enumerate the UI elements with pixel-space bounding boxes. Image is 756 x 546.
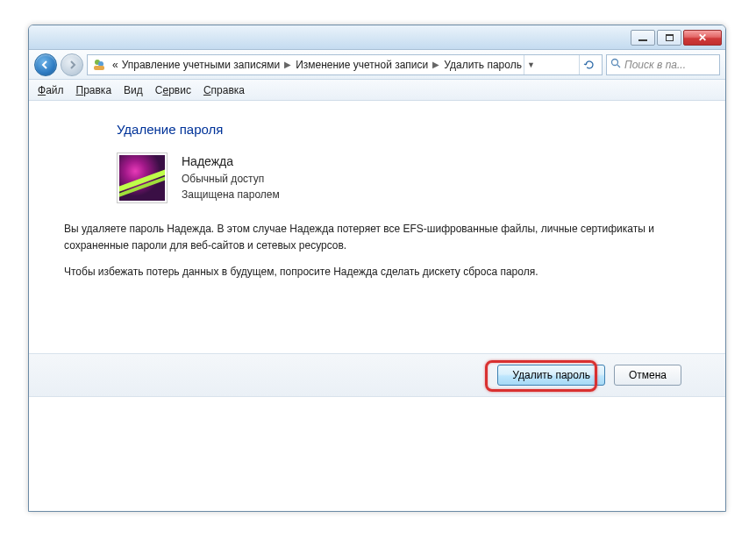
svg-point-3 [612, 60, 618, 66]
window-frame: ✕ « Управление учетными записями ▶ Измен… [28, 25, 726, 512]
avatar-image [119, 155, 165, 201]
users-icon [91, 57, 107, 73]
chevron-right-icon: ▶ [282, 60, 294, 69]
body-text: Вы удаляете пароль Надежда. В этом случа… [64, 221, 655, 280]
cancel-button[interactable]: Отмена [614, 365, 681, 386]
breadcrumb-segment[interactable]: Удалить пароль [442, 59, 524, 71]
back-button[interactable] [34, 53, 57, 76]
breadcrumb-segment[interactable]: Управление учетными записями [120, 59, 282, 71]
user-status: Защищена паролем [182, 187, 280, 202]
user-name: Надежда [182, 152, 280, 171]
arrow-right-icon [67, 60, 77, 70]
forward-button[interactable] [61, 53, 83, 76]
menubar: Файл Правка Вид Сервис Справка [29, 80, 725, 101]
breadcrumb[interactable]: « Управление учетными записями ▶ Изменен… [87, 54, 603, 75]
breadcrumb-dropdown[interactable]: ▼ [524, 55, 538, 74]
svg-rect-2 [94, 66, 104, 70]
chevron-right-icon: ▶ [430, 60, 442, 69]
avatar [117, 152, 168, 203]
navbar: « Управление учетными записями ▶ Изменен… [29, 50, 725, 80]
refresh-button[interactable] [579, 55, 598, 74]
search-placeholder: Поиск в па... [624, 59, 686, 71]
page-title: Удаление пароля [117, 122, 690, 137]
search-icon [610, 58, 621, 71]
warning-paragraph: Вы удаляете пароль Надежда. В этом случа… [64, 221, 655, 253]
titlebar: ✕ [29, 25, 725, 50]
action-bar: Удалить пароль Отмена [29, 353, 725, 397]
user-block: Надежда Обычный доступ Защищена паролем [117, 152, 690, 203]
arrow-left-icon [40, 60, 51, 70]
close-button[interactable]: ✕ [683, 30, 722, 46]
maximize-button[interactable] [657, 30, 681, 46]
refresh-icon [583, 59, 596, 71]
menu-view[interactable]: Вид [124, 84, 143, 96]
menu-file[interactable]: Файл [38, 84, 64, 96]
breadcrumb-prefix: « [111, 59, 120, 71]
svg-line-4 [617, 65, 620, 67]
minimize-button[interactable] [631, 30, 655, 46]
menu-edit[interactable]: Правка [76, 84, 112, 96]
content-area: Удаление пароля Надежда Обычный доступ З… [29, 101, 725, 511]
delete-password-button[interactable]: Удалить пароль [497, 365, 605, 386]
breadcrumb-segment[interactable]: Изменение учетной записи [294, 59, 430, 71]
menu-help[interactable]: Справка [203, 84, 245, 96]
advice-paragraph: Чтобы избежать потерь данных в будущем, … [64, 264, 655, 280]
search-input[interactable]: Поиск в па... [606, 54, 720, 75]
user-type: Обычный доступ [182, 171, 280, 187]
menu-tools[interactable]: Сервис [155, 84, 191, 96]
